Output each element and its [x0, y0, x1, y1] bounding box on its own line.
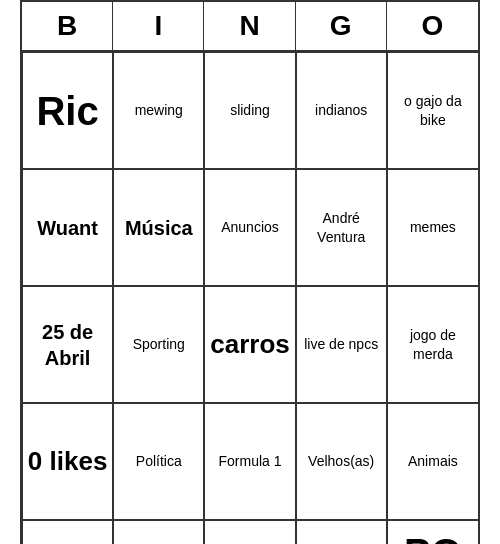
bingo-grid: Ricmewingslidingindianoso gajo da bikeWu…	[22, 52, 478, 544]
bingo-header: B I N G O	[22, 2, 478, 52]
bingo-cell-9: memes	[387, 169, 478, 286]
bingo-cell-19: Animais	[387, 403, 478, 520]
bingo-cell-4: o gajo da bike	[387, 52, 478, 169]
header-o: O	[387, 2, 478, 50]
bingo-cell-23: Podcast	[296, 520, 387, 544]
bingo-cell-12: carros	[204, 286, 295, 403]
bingo-cell-22: get ready with me	[204, 520, 295, 544]
bingo-cell-5: Wuant	[22, 169, 113, 286]
header-b: B	[22, 2, 113, 50]
bingo-cell-14: jogo de merda	[387, 286, 478, 403]
bingo-cell-21: Trends de merda	[113, 520, 204, 544]
bingo-cell-6: Música	[113, 169, 204, 286]
header-g: G	[296, 2, 387, 50]
bingo-cell-17: Formula 1	[204, 403, 295, 520]
bingo-cell-13: live de npcs	[296, 286, 387, 403]
header-n: N	[204, 2, 295, 50]
bingo-cell-2: sliding	[204, 52, 295, 169]
bingo-cell-18: Velhos(as)	[296, 403, 387, 520]
bingo-cell-24: POV	[387, 520, 478, 544]
bingo-cell-8: André Ventura	[296, 169, 387, 286]
bingo-cell-15: 0 likes	[22, 403, 113, 520]
bingo-cell-0: Ric	[22, 52, 113, 169]
bingo-cell-3: indianos	[296, 52, 387, 169]
bingo-cell-11: Sporting	[113, 286, 204, 403]
bingo-cell-1: mewing	[113, 52, 204, 169]
bingo-cell-10: 25 de Abril	[22, 286, 113, 403]
header-i: I	[113, 2, 204, 50]
bingo-cell-20: Edits aleatórios	[22, 520, 113, 544]
bingo-cell-16: Política	[113, 403, 204, 520]
bingo-card: B I N G O Ricmewingslidingindianoso gajo…	[20, 0, 480, 544]
bingo-cell-7: Anuncios	[204, 169, 295, 286]
